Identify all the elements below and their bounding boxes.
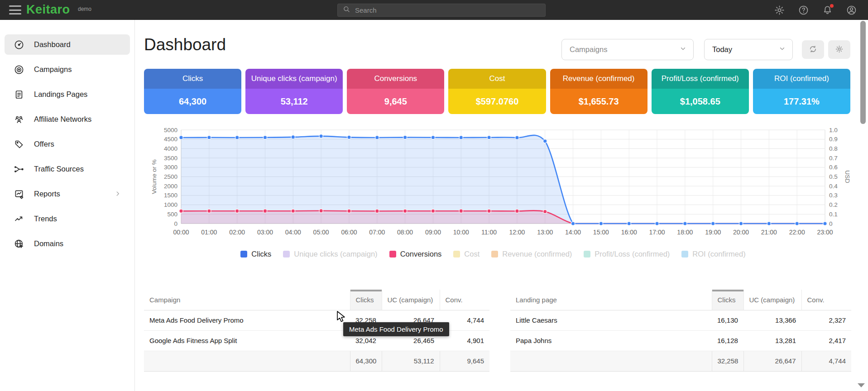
row-name-cell[interactable]: Meta Ads Food Delivery Promo	[144, 310, 350, 330]
svg-text:0.1: 0.1	[829, 211, 838, 218]
legend-swatch	[389, 251, 396, 257]
svg-text:0.7: 0.7	[829, 155, 838, 162]
legend-item-unique-clicks-campaign-[interactable]: Unique clicks (campaign)	[283, 250, 377, 258]
row-name-cell[interactable]: Papa Johns	[510, 330, 712, 351]
row-name-cell[interactable]: Little Caesars	[510, 310, 712, 330]
sidebar-item-label: Landings Pages	[34, 90, 87, 99]
metric-card-revenue-confirmed-: Revenue (confirmed) $1,655.73	[550, 69, 647, 114]
sidebar-item-reports[interactable]: Reports	[5, 184, 130, 204]
topbar-gear-button[interactable]	[773, 4, 785, 16]
column-header-uc-campaign-[interactable]: UC (campaign)	[382, 290, 440, 310]
column-header-name[interactable]: Landing page	[510, 290, 712, 310]
svg-text:0.8: 0.8	[829, 145, 838, 152]
sidebar-item-offers[interactable]: Offers	[5, 134, 130, 154]
svg-text:23:00: 23:00	[817, 229, 833, 236]
row-value-cell: 13,366	[743, 310, 801, 330]
svg-text:1000: 1000	[164, 201, 177, 208]
page-title: Dashboard	[144, 35, 226, 54]
people-icon	[14, 114, 24, 125]
sidebar-item-domains[interactable]: Domains	[5, 234, 130, 254]
chart-legend: Clicks Unique clicks (campaign) Conversi…	[135, 250, 851, 258]
table-row[interactable]: Little Caesars 16,13013,3662,327	[510, 310, 851, 330]
metric-card-value: $1,058.65	[652, 89, 749, 114]
sidebar-item-landings-pages[interactable]: Landings Pages	[5, 84, 130, 105]
svg-text:19:00: 19:00	[705, 229, 721, 236]
metric-card-label: ROI (confirmed)	[753, 69, 850, 89]
svg-text:21:00: 21:00	[761, 229, 777, 236]
legend-item-conversions[interactable]: Conversions	[389, 250, 442, 258]
chevron-right-icon	[114, 190, 122, 198]
legend-item-profit-loss-confirmed-[interactable]: Profit/Loss (confirmed)	[584, 250, 670, 258]
brand-suffix: demo	[78, 6, 91, 12]
metric-card-roi-confirmed-: ROI (confirmed) 177.31%	[753, 69, 850, 114]
column-header-conv-[interactable]: Conv.	[801, 290, 851, 310]
svg-text:USD: USD	[844, 170, 851, 183]
campaign-filter-select[interactable]: Campaigns	[561, 39, 694, 60]
gear-icon	[774, 5, 785, 16]
notification-badge	[830, 4, 834, 8]
sidebar-item-dashboard[interactable]: Dashboard	[5, 34, 130, 55]
metric-card-conversions: Conversions 9,645	[347, 69, 444, 114]
total-cell: 26,647	[743, 351, 801, 371]
legend-swatch	[240, 251, 247, 257]
table-row[interactable]: Papa Johns 16,12813,2812,417	[510, 330, 851, 351]
brand-logo: Keitaro	[26, 3, 70, 17]
topbar-avatar-button[interactable]	[845, 4, 857, 16]
metric-card-label: Cost	[448, 69, 546, 89]
topbar-help-button[interactable]	[797, 4, 809, 16]
column-header-uc-campaign-[interactable]: UC (campaign)	[743, 290, 801, 310]
column-header-clicks[interactable]: Clicks	[712, 290, 743, 310]
help-icon	[798, 5, 809, 16]
svg-text:0.5: 0.5	[829, 173, 838, 180]
sidebar-item-trends[interactable]: Trends	[5, 209, 130, 229]
legend-item-clicks[interactable]: Clicks	[240, 250, 271, 258]
svg-text:07:00: 07:00	[369, 229, 385, 236]
metric-card-label: Profit/Loss (confirmed)	[652, 69, 749, 89]
svg-text:15:00: 15:00	[593, 229, 609, 236]
svg-text:22:00: 22:00	[789, 229, 805, 236]
sidebar-item-campaigns[interactable]: Campaigns	[5, 59, 130, 80]
refresh-button[interactable]	[802, 40, 824, 59]
legend-item-cost[interactable]: Cost	[453, 250, 480, 258]
hamburger-menu-icon[interactable]	[9, 5, 21, 14]
vertical-scrollbar-thumb[interactable]	[860, 21, 866, 124]
sidebar-item-traffic-sources[interactable]: Traffic Sources	[5, 159, 130, 179]
svg-text:2500: 2500	[164, 173, 177, 180]
svg-text:0.2: 0.2	[829, 201, 838, 208]
split-icon	[14, 164, 24, 175]
search-input[interactable]	[355, 6, 541, 14]
row-name-cell[interactable]: Google Ads Fitness App Split	[144, 330, 350, 351]
metric-card-unique-clicks-campaign-: Unique clicks (campaign) 53,112	[245, 69, 343, 114]
svg-text:17:00: 17:00	[649, 229, 665, 236]
date-range-select[interactable]: Today	[704, 39, 793, 60]
globe-icon	[14, 238, 24, 249]
svg-text:4500: 4500	[164, 136, 177, 143]
legend-label: Unique clicks (campaign)	[294, 250, 377, 258]
topbar-bell-button[interactable]	[821, 4, 833, 16]
svg-text:06:00: 06:00	[341, 229, 357, 236]
sidebar-item-label: Offers	[34, 140, 54, 148]
global-search[interactable]	[337, 4, 546, 17]
column-header-conv-[interactable]: Conv.	[440, 290, 489, 310]
svg-text:1.0: 1.0	[829, 127, 838, 134]
svg-text:5000: 5000	[164, 127, 177, 134]
legend-item-roi-confirmed-[interactable]: ROI (confirmed)	[681, 250, 745, 258]
column-header-name[interactable]: Campaign	[144, 290, 350, 310]
total-cell: 64,300	[350, 351, 382, 371]
dashboard-settings-button[interactable]	[828, 40, 850, 59]
row-value-cell: 2,417	[801, 330, 851, 351]
row-value-cell: 13,281	[743, 330, 801, 351]
total-cell: 53,112	[382, 351, 440, 371]
totals-row: 32,25826,6474,744	[510, 351, 851, 371]
date-range-value: Today	[712, 45, 778, 54]
legend-label: Clicks	[251, 250, 271, 258]
metric-card-value: 64,300	[144, 89, 241, 114]
sidebar-item-label: Traffic Sources	[34, 165, 84, 173]
app-root: Keitaro demo Dashboard Campaigns Landing…	[0, 0, 868, 391]
metric-card-value: $1,655.73	[550, 89, 647, 114]
column-header-clicks[interactable]: Clicks	[350, 290, 382, 310]
sidebar-item-affiliate-networks[interactable]: Affiliate Networks	[5, 109, 130, 129]
scroll-down-arrow-icon[interactable]	[858, 383, 865, 387]
svg-text:08:00: 08:00	[397, 229, 413, 236]
legend-item-revenue-confirmed-[interactable]: Revenue (confirmed)	[491, 250, 572, 258]
